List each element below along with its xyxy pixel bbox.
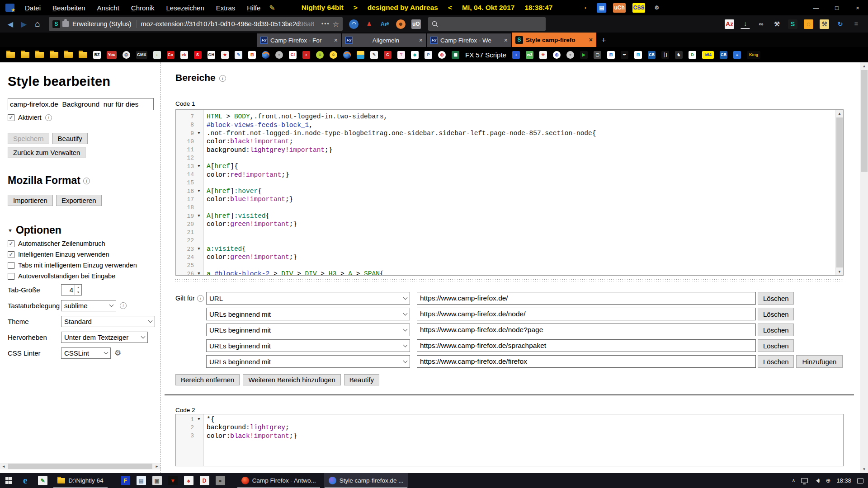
network-tray-icon[interactable]: ⊕	[826, 477, 831, 484]
d-green-bookmark[interactable]: D	[689, 51, 696, 59]
tab-close-icon[interactable]: ×	[504, 37, 508, 44]
print-pinned-icon[interactable]: ▣	[152, 476, 162, 485]
bookmark-folder[interactable]	[64, 52, 73, 58]
ublock-icon[interactable]: uO	[411, 19, 421, 29]
fold-arrow-icon[interactable]: ▼	[194, 272, 204, 276]
close-button[interactable]: ×	[847, 0, 868, 15]
firefox-window-button[interactable]: Camp Firefox - Antwo...	[237, 473, 321, 488]
option-checkbox[interactable]	[8, 273, 14, 280]
tab-close-icon[interactable]: ×	[334, 37, 338, 44]
scrollbar-thumb[interactable]	[8, 464, 152, 469]
site-search-icon[interactable]: ◌	[804, 19, 813, 29]
info-bookmark[interactable]: i	[512, 51, 520, 59]
save-button[interactable]: Speichern	[8, 133, 49, 144]
figure-red-icon[interactable]: ♟	[364, 19, 374, 29]
url-pattern-input[interactable]	[417, 324, 756, 336]
b64-bookmark[interactable]: b64	[702, 51, 714, 59]
dog-bookmark[interactable]: ♞	[675, 51, 683, 59]
style-name-input[interactable]	[8, 98, 154, 110]
back-button[interactable]: ◀	[4, 17, 17, 31]
linter-settings-gear-icon[interactable]: ⚙	[114, 348, 121, 358]
editor-scrollbar[interactable]: ▲ ▼	[835, 110, 843, 275]
tab-close-icon[interactable]: ×	[419, 37, 423, 44]
ms-blue-bookmark[interactable]: ⊞	[634, 51, 642, 59]
page-scrollbar[interactable]: ▲ ▼	[860, 62, 868, 473]
menu-extras[interactable]: Extras	[210, 4, 241, 12]
mask-icon[interactable]: ∞	[756, 19, 766, 29]
menu-datei[interactable]: Datei	[19, 4, 47, 12]
globe-blue-icon[interactable]: ◠	[349, 19, 359, 29]
fox-icon[interactable]: ◗	[580, 3, 590, 13]
uch-icon[interactable]: uCh	[613, 3, 625, 13]
com-bookmark[interactable]: Co	[167, 51, 175, 59]
beach-bookmark[interactable]	[357, 51, 364, 59]
code-editor-1[interactable]: 67HTML > BODY,.front.not-logged-in.two-s…	[175, 109, 844, 276]
fx57-label[interactable]: FX 57 Scripte	[465, 51, 506, 59]
option-checkbox[interactable]: ✓	[8, 251, 14, 258]
clock[interactable]: 18:38	[836, 477, 851, 484]
spinner-arrows[interactable]: ▲▼	[75, 285, 81, 295]
notepad-button[interactable]: ✎	[33, 473, 53, 488]
tab-camp-firefox-for[interactable]: FxCamp Firefox - For×	[257, 33, 341, 47]
globe-bookmark[interactable]: ●	[566, 51, 574, 59]
stylus-window-button[interactable]: Style camp-firefox.de ...	[324, 473, 408, 488]
ms-bookmark[interactable]: ⊞	[248, 51, 256, 59]
people-bookmark[interactable]: ✳	[539, 51, 547, 59]
gear-icon[interactable]: ⚙	[652, 3, 661, 13]
translate-icon[interactable]: A⇄	[380, 19, 390, 29]
pen-bookmark[interactable]: ✎	[235, 51, 242, 59]
home-button[interactable]: ⌂	[31, 17, 44, 31]
speaker-tray-icon[interactable]: )	[814, 478, 820, 483]
menu-hilfe[interactable]: Hilfe	[241, 4, 266, 12]
menu-lesezeichen[interactable]: Lesezeichen	[160, 4, 210, 12]
url-pattern-input[interactable]	[417, 339, 756, 352]
window-bookmark[interactable]: ⊞	[607, 51, 615, 59]
diamond-bookmark[interactable]: ◆	[411, 51, 419, 59]
url-pattern-input[interactable]	[417, 292, 756, 305]
f-pinned-icon[interactable]: F	[121, 476, 130, 485]
scroll-left-icon[interactable]: ◄	[0, 465, 7, 469]
page-actions-icon[interactable]: •••	[319, 21, 333, 27]
wrench-icon[interactable]: ⚒	[772, 19, 782, 29]
play-bookmark[interactable]: ▶	[580, 51, 588, 59]
menu-icon[interactable]: ≡	[851, 19, 861, 29]
monkey-icon[interactable]: ☻	[396, 19, 406, 29]
cf-bookmark[interactable]: Cf	[289, 51, 297, 59]
spinner-up-icon[interactable]: ▲	[75, 285, 81, 290]
hervorheben-select[interactable]: Unter dem Textzeiger	[61, 332, 148, 343]
info-icon[interactable]: i	[120, 302, 127, 309]
spinner-down-icon[interactable]: ▼	[75, 290, 81, 296]
export-button[interactable]: Exportieren	[56, 195, 102, 206]
firefox-bookmark[interactable]	[343, 51, 351, 59]
bookmark-folder[interactable]	[6, 52, 15, 58]
c-bookmark[interactable]: C	[384, 51, 392, 59]
match-type-select[interactable]: URLs beginnend mit	[206, 355, 410, 368]
w3-bookmark[interactable]: w3	[526, 51, 533, 59]
tb-bookmark[interactable]: T	[397, 51, 405, 59]
delete-button[interactable]: Löschen	[758, 292, 794, 305]
match-type-select[interactable]: URLs beginnend mit	[206, 308, 410, 320]
firefox-bookmark[interactable]	[262, 51, 269, 59]
p-bookmark[interactable]: P	[425, 51, 432, 59]
add-section-button[interactable]: Weiteren Bereich hinzufügen	[243, 374, 340, 385]
sidebar-horizontal-scrollbar[interactable]: ◄ ►	[0, 463, 160, 469]
lines-bookmark[interactable]: ≡	[733, 51, 741, 59]
scrollbar-thumb[interactable]	[836, 117, 843, 267]
dictionary-icon[interactable]: Az	[725, 19, 734, 29]
sparkasse-bookmark[interactable]: S	[194, 51, 202, 59]
url-pattern-input[interactable]	[417, 355, 756, 368]
scroll-right-icon[interactable]: ►	[153, 465, 160, 469]
tab-close-icon[interactable]: ×	[589, 36, 593, 43]
pen-black-bookmark[interactable]: ✒	[621, 51, 628, 59]
theme-select[interactable]: Standard	[61, 316, 155, 327]
delete-button[interactable]: Löschen	[758, 355, 794, 368]
cb-bookmark[interactable]: CB	[720, 51, 727, 59]
add-button[interactable]: Hinzufügen	[796, 355, 843, 368]
stylus-toolbar-icon[interactable]: S	[788, 19, 797, 29]
bookmark-folder[interactable]	[50, 52, 58, 58]
tab-camp-firefox-we[interactable]: FxCamp Firefox - We×	[427, 33, 511, 47]
bookmark-folder[interactable]	[21, 52, 29, 58]
action-center-icon[interactable]	[857, 478, 863, 483]
pipe-bookmark[interactable]: │)	[661, 51, 669, 59]
table-bookmark[interactable]: ▦	[452, 51, 459, 59]
